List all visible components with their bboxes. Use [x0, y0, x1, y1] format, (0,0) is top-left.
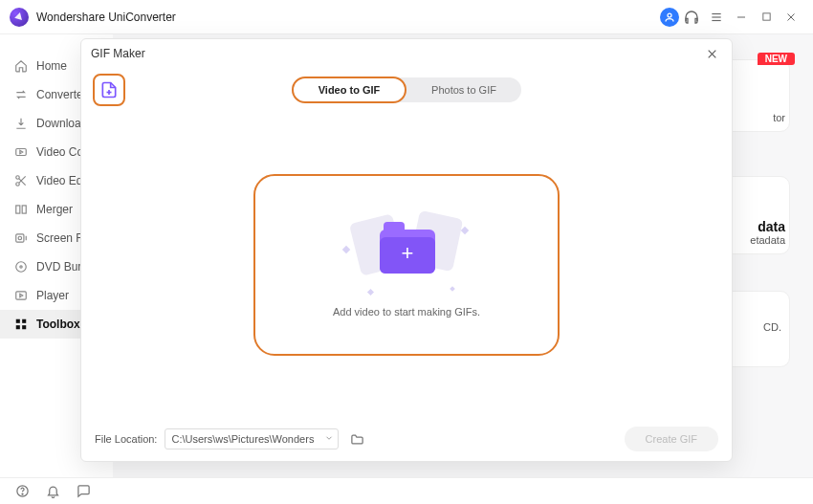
- card-text: CD.: [763, 321, 781, 333]
- create-gif-button[interactable]: Create GIF: [625, 427, 718, 451]
- card-title: data: [728, 219, 785, 234]
- gif-maker-modal: GIF Maker Video to GIF Photos to GIF + A…: [80, 38, 733, 462]
- feedback-icon[interactable]: [75, 483, 92, 500]
- titlebar: Wondershare UniConverter: [0, 0, 813, 34]
- scissors-icon: [13, 173, 29, 188]
- notification-icon[interactable]: [44, 483, 61, 500]
- mode-segment: Video to GIF Photos to GIF: [292, 77, 521, 102]
- record-icon: [13, 230, 29, 246]
- help-icon[interactable]: [13, 483, 31, 500]
- svg-point-17: [18, 236, 22, 240]
- modal-title: GIF Maker: [91, 47, 145, 60]
- svg-point-11: [16, 183, 20, 186]
- svg-rect-14: [16, 206, 20, 213]
- file-location-value: C:\Users\ws\Pictures\Wonders: [171, 433, 314, 445]
- svg-marker-9: [20, 150, 23, 154]
- svg-point-31: [22, 493, 23, 494]
- svg-rect-25: [22, 325, 26, 329]
- svg-rect-5: [762, 13, 769, 20]
- svg-point-18: [16, 262, 27, 273]
- browse-folder-button[interactable]: [346, 428, 367, 449]
- tab-video-to-gif[interactable]: Video to GIF: [292, 77, 406, 103]
- svg-rect-24: [16, 325, 20, 329]
- svg-point-19: [20, 266, 22, 268]
- chevron-down-icon: [324, 433, 334, 445]
- file-location-select[interactable]: C:\Users\ws\Pictures\Wonders: [165, 428, 339, 449]
- window-close-icon[interactable]: [779, 5, 803, 30]
- sidebar-item-label: Converter: [36, 88, 87, 101]
- file-location-label: File Location:: [95, 433, 157, 445]
- app-name: Wondershare UniConverter: [36, 11, 176, 24]
- status-bar: [0, 477, 813, 504]
- svg-rect-20: [16, 292, 27, 299]
- download-icon: [13, 116, 29, 131]
- svg-point-10: [16, 176, 20, 180]
- background-card[interactable]: data etadata: [723, 176, 790, 254]
- sidebar-item-label: Merger: [36, 203, 73, 216]
- background-card[interactable]: NEW tor: [723, 59, 790, 132]
- toolbox-icon: [13, 317, 29, 332]
- disc-icon: [13, 259, 29, 274]
- add-folder-icon: +: [349, 212, 464, 289]
- card-text: tor: [728, 112, 785, 123]
- app-logo-icon: [10, 8, 29, 27]
- dropzone-text: Add video to start making GIFs.: [333, 306, 480, 318]
- background-card[interactable]: CD.: [723, 291, 790, 367]
- menu-icon[interactable]: [704, 5, 729, 30]
- sidebar-item-label: Player: [36, 289, 69, 302]
- svg-rect-23: [22, 319, 26, 323]
- tab-photos-to-gif[interactable]: Photos to GIF: [406, 77, 521, 102]
- window-minimize-icon[interactable]: [729, 5, 754, 30]
- svg-rect-22: [16, 319, 20, 323]
- svg-point-0: [668, 13, 671, 17]
- sidebar-item-label: Toolbox: [36, 318, 80, 331]
- account-icon[interactable]: [660, 8, 679, 27]
- svg-rect-8: [16, 149, 27, 156]
- svg-rect-15: [22, 206, 26, 213]
- add-file-button[interactable]: [93, 74, 125, 106]
- compress-icon: [13, 144, 29, 160]
- sidebar-item-label: Home: [36, 59, 67, 73]
- modal-close-button[interactable]: [701, 43, 722, 64]
- merge-icon: [13, 202, 29, 217]
- new-badge: NEW: [758, 53, 795, 65]
- convert-icon: [13, 87, 29, 102]
- window-maximize-icon[interactable]: [754, 5, 779, 30]
- dropzone[interactable]: + Add video to start making GIFs.: [253, 174, 560, 356]
- card-subtitle: etadata: [728, 234, 785, 246]
- support-icon[interactable]: [679, 5, 704, 30]
- svg-marker-21: [20, 294, 23, 297]
- home-icon: [13, 58, 29, 74]
- play-icon: [13, 288, 29, 303]
- svg-rect-16: [16, 234, 24, 242]
